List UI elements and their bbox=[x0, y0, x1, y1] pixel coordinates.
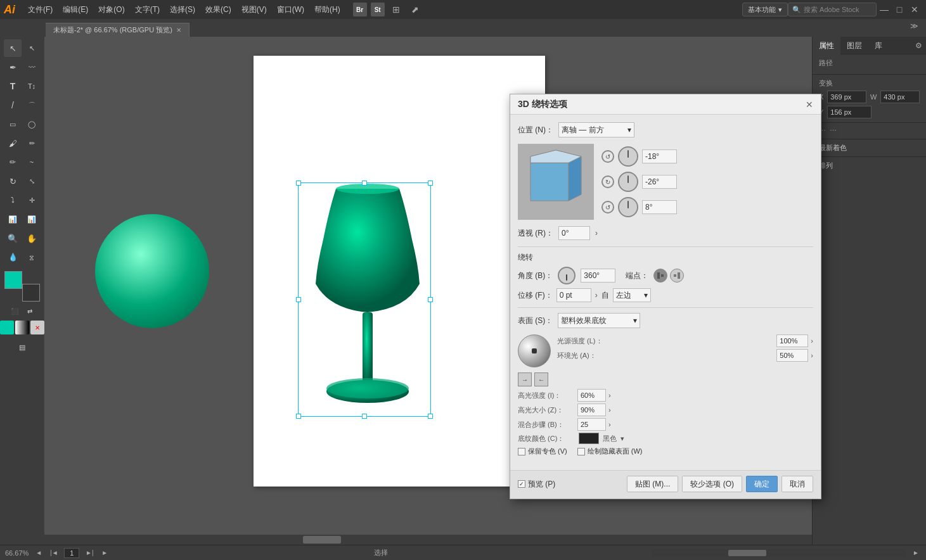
endpoint-left-btn[interactable] bbox=[653, 269, 667, 283]
horizontal-scrollbar[interactable] bbox=[44, 535, 906, 545]
intensity-value[interactable]: 100% bbox=[776, 334, 808, 347]
status-right-btn[interactable]: ► bbox=[911, 548, 921, 558]
rot-y-value[interactable]: -26° bbox=[642, 175, 677, 189]
ok-btn[interactable]: 确定 bbox=[746, 476, 778, 492]
tool-zoom[interactable]: 🔍 bbox=[4, 229, 22, 247]
tool-puppet-warp[interactable]: ✛ bbox=[23, 191, 41, 209]
rot-x-dial[interactable] bbox=[618, 146, 638, 167]
green-sphere-object[interactable] bbox=[95, 214, 209, 328]
add-light-btn[interactable]: → bbox=[518, 372, 532, 386]
tool-graph[interactable]: 📊 bbox=[4, 210, 22, 228]
none-mode-btn[interactable]: ✕ bbox=[30, 321, 44, 334]
cube-preview[interactable] bbox=[518, 144, 594, 220]
dialog-close-btn[interactable]: ✕ bbox=[806, 99, 813, 110]
tool-pen[interactable]: ✒ bbox=[4, 58, 22, 76]
panel-more-icon[interactable]: ⋯ bbox=[830, 127, 837, 135]
ambient-expand-btn[interactable]: › bbox=[811, 352, 813, 359]
less-options-btn[interactable]: 较少选项 (O) bbox=[682, 476, 742, 492]
tool-type[interactable]: T bbox=[4, 77, 22, 95]
page-last-btn[interactable]: ►| bbox=[84, 548, 94, 558]
menu-select[interactable]: 选择(S) bbox=[165, 0, 200, 19]
highlight-value[interactable]: 60% bbox=[577, 389, 606, 402]
arrange-label[interactable]: 排列 bbox=[819, 161, 920, 170]
intensity-expand-btn[interactable]: › bbox=[811, 337, 813, 345]
endpoint-right-btn[interactable] bbox=[670, 269, 684, 283]
highlight-size-expand-btn[interactable]: › bbox=[608, 406, 611, 414]
tool-pencil[interactable]: ✏ bbox=[4, 153, 22, 171]
rot-z-dial[interactable] bbox=[618, 197, 638, 217]
offset-value[interactable]: 0 pt bbox=[556, 288, 591, 302]
offset-arrow[interactable]: › bbox=[595, 291, 598, 300]
tab-properties[interactable]: 属性 bbox=[813, 37, 840, 54]
preview-checkbox-box[interactable] bbox=[518, 480, 525, 488]
rot-x-value[interactable]: -18° bbox=[642, 150, 677, 163]
coord-x[interactable]: 369 px bbox=[827, 91, 866, 103]
rot-z-icon[interactable]: ↺ bbox=[601, 201, 614, 213]
blend-steps-value[interactable]: 25 bbox=[577, 418, 606, 431]
panel-settings-icon[interactable]: ⚙ bbox=[911, 37, 926, 54]
menu-view[interactable]: 视图(V) bbox=[236, 0, 272, 19]
preserve-spot-checkbox[interactable]: 保留专色 (V) bbox=[518, 447, 567, 456]
tool-blend[interactable]: ⧖ bbox=[23, 248, 41, 266]
ambient-value[interactable]: 50% bbox=[776, 349, 808, 362]
background-color-swatch[interactable] bbox=[22, 284, 40, 302]
tool-hand[interactable]: ✋ bbox=[23, 229, 41, 247]
default-colors-btn[interactable]: ⬛ bbox=[8, 304, 22, 318]
perspective-expand-btn[interactable]: › bbox=[595, 229, 598, 238]
basic-function-dropdown[interactable]: 基本功能 ▾ bbox=[742, 3, 788, 16]
gradient-mode-btn[interactable] bbox=[15, 321, 29, 334]
offset-side-dropdown[interactable]: 左边 ▾ bbox=[613, 288, 651, 302]
tool-select[interactable]: ↖ bbox=[4, 39, 22, 57]
blend-steps-expand-btn[interactable]: › bbox=[608, 421, 611, 428]
tool-smooth[interactable]: ~ bbox=[23, 153, 41, 171]
tool-blob-brush[interactable]: ✏ bbox=[23, 134, 41, 152]
swap-colors-btn[interactable]: ⇄ bbox=[23, 304, 37, 318]
page-next-btn[interactable]: ► bbox=[100, 548, 110, 558]
tab-layers[interactable]: 图层 bbox=[840, 37, 868, 54]
color-dropdown[interactable]: 黑色 bbox=[603, 434, 617, 443]
tool-line-segment[interactable]: / bbox=[4, 96, 22, 114]
delete-light-btn[interactable]: ← bbox=[534, 372, 548, 386]
artboard-tool[interactable]: ▤ bbox=[13, 338, 31, 356]
paste-map-btn[interactable]: 贴图 (M)... bbox=[627, 476, 678, 492]
menu-help[interactable]: 帮助(H) bbox=[309, 0, 345, 19]
perspective-value[interactable]: 0° bbox=[558, 226, 590, 240]
page-number-input[interactable] bbox=[64, 548, 79, 558]
tool-warp[interactable]: ⤵ bbox=[4, 191, 22, 209]
rot-y-dial[interactable] bbox=[618, 172, 638, 192]
tool-eyedropper[interactable]: 💧 bbox=[4, 248, 22, 266]
angle-value[interactable]: 360° bbox=[581, 269, 615, 283]
tab-libraries[interactable]: 库 bbox=[868, 37, 889, 54]
menu-file[interactable]: 文件(F) bbox=[23, 0, 58, 19]
tool-ellipse[interactable]: ◯ bbox=[23, 115, 41, 133]
tool-graph2[interactable]: 📊 bbox=[23, 210, 41, 228]
menu-effect[interactable]: 效果(C) bbox=[200, 0, 236, 19]
doc-tab[interactable]: 未标题-2* @ 66.67% (RGB/GPU 预览) ✕ bbox=[46, 23, 190, 37]
bridge-icon[interactable]: Br bbox=[353, 3, 367, 16]
tool-arc[interactable]: ⌒ bbox=[23, 96, 41, 114]
grid-icon[interactable]: ⊞ bbox=[389, 2, 404, 17]
draw-hidden-checkbox[interactable]: 绘制隐藏表面 (W) bbox=[577, 447, 643, 456]
tab-close-btn[interactable]: ✕ bbox=[176, 27, 181, 34]
tool-curvature[interactable]: 〰 bbox=[23, 58, 41, 76]
surface-dropdown[interactable]: 塑料效果底纹 ▾ bbox=[558, 313, 640, 328]
menu-window[interactable]: 窗口(W) bbox=[272, 0, 309, 19]
tool-paintbrush[interactable]: 🖌 bbox=[4, 134, 22, 152]
stock-icon[interactable]: St bbox=[371, 3, 385, 16]
maximize-btn[interactable]: □ bbox=[892, 2, 907, 17]
light-dot[interactable] bbox=[532, 348, 537, 353]
new-color-label[interactable]: 最新着色 bbox=[819, 143, 920, 153]
close-btn-window[interactable]: ✕ bbox=[907, 2, 922, 17]
position-dropdown[interactable]: 离轴 — 前方 ▾ bbox=[558, 122, 634, 137]
tool-direct-select[interactable]: ↖ bbox=[23, 39, 41, 57]
color-mode-btn[interactable] bbox=[0, 321, 14, 334]
light-ball[interactable] bbox=[518, 334, 551, 367]
tool-rotate[interactable]: ↻ bbox=[4, 172, 22, 190]
goblet-object[interactable] bbox=[298, 182, 437, 423]
rot-z-value[interactable]: 8° bbox=[642, 200, 677, 214]
color-dropdown-arrow[interactable]: ▾ bbox=[621, 435, 624, 443]
tab-collapse-btn[interactable]: ≫ bbox=[910, 22, 918, 30]
page-prev-btn[interactable]: ◄ bbox=[34, 548, 44, 558]
preserve-spot-box[interactable] bbox=[518, 448, 525, 455]
highlight-size-value[interactable]: 90% bbox=[577, 404, 606, 416]
